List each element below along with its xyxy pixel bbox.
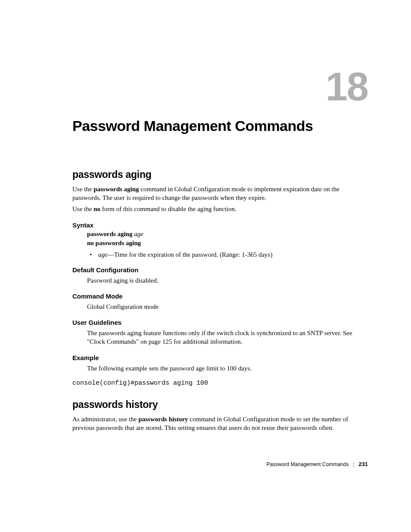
chapter-number: 18 — [72, 69, 368, 105]
syntax-line-1: passwords aging age — [87, 230, 368, 238]
chapter-title: Password Management Commands — [72, 118, 368, 134]
user-guidelines-heading: User Guidelines — [72, 319, 368, 326]
example-heading: Example — [72, 354, 368, 361]
intro-paragraph-1: Use the passwords aging command in Globa… — [72, 185, 368, 202]
command-mode-heading: Command Mode — [72, 292, 368, 300]
footer-label: Password Management Commands — [266, 461, 349, 467]
syntax-bullet: age—Time for the expiration of the passw… — [87, 251, 368, 258]
section-title-passwords-aging: passwords aging — [72, 169, 368, 180]
command-mode-text: Global Configuration mode — [87, 302, 368, 311]
footer-page-number: 231 — [358, 461, 368, 467]
default-config-text: Password aging is disabled. — [87, 276, 368, 285]
footer-separator: | — [353, 461, 354, 467]
history-intro-paragraph: As administrator, use the passwords hist… — [72, 415, 368, 432]
example-text: The following example sets the password … — [87, 364, 368, 373]
page-footer: Password Management Commands | 231 — [266, 461, 368, 467]
intro-paragraph-2: Use the no form of this command to disab… — [72, 205, 368, 213]
default-config-heading: Default Configuration — [72, 266, 368, 274]
section-title-passwords-history: passwords history — [72, 399, 368, 411]
example-code: console(config)#passwords aging 100 — [72, 380, 368, 387]
syntax-line-2: no passwords aging — [87, 240, 368, 247]
syntax-heading: Syntax — [72, 221, 368, 229]
user-guidelines-text: The passwords aging feature functions on… — [87, 329, 368, 346]
